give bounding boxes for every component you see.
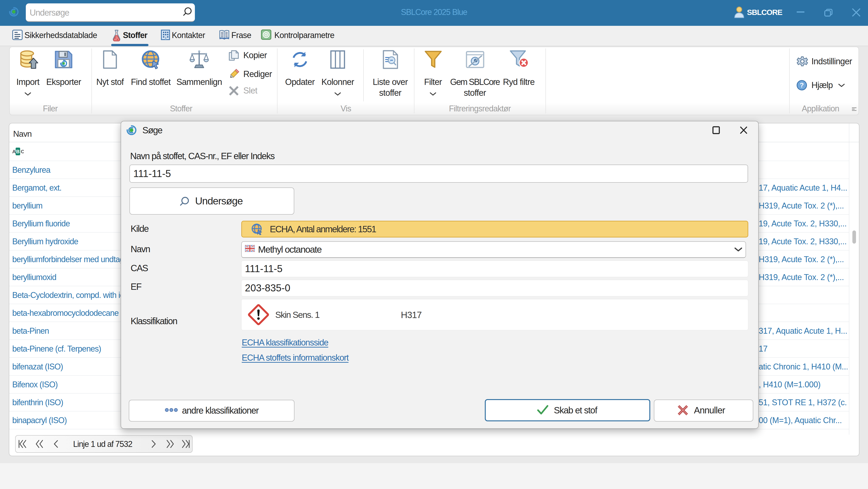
svg-text:?: ?	[800, 81, 804, 89]
